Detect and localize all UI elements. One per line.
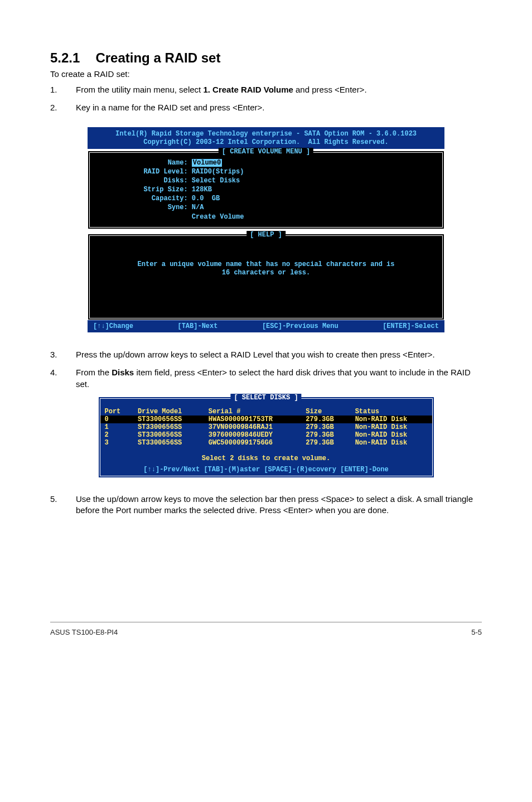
disks-value[interactable]: Select Disks xyxy=(192,177,240,185)
section-heading: 5.2.1Creating a RAID set xyxy=(50,50,482,66)
hint-change: [↑↓]Change xyxy=(93,322,133,330)
select-disks-message: Select 2 disks to create volume. xyxy=(100,447,432,463)
step-2: 2. Key in a name for the RAID set and pr… xyxy=(50,102,482,113)
intro-text: To create a RAID set: xyxy=(50,69,482,79)
col-status: Status xyxy=(351,408,432,416)
help-title: [ HELP ] xyxy=(246,231,286,240)
bios-key-hints: [↑↓]Change [TAB]-Next [ESC]-Previous Men… xyxy=(88,320,444,332)
help-panel: [ HELP ] Enter a unique volume name that… xyxy=(88,234,444,320)
create-volume-body: Name: Volume0 RAID Level: RAID0(Strips) … xyxy=(90,153,442,227)
step-1: 1. From the utility main menu, select 1.… xyxy=(50,84,482,95)
capacity-value: 0.0 GB xyxy=(192,195,220,202)
hint-esc: [ESC]-Previous Menu xyxy=(262,322,338,330)
step-text: Key in a name for the RAID set and press… xyxy=(76,103,265,112)
hint-enter: [ENTER]-Select xyxy=(383,322,439,330)
syne-value: N/A xyxy=(192,204,204,211)
section-number: 5.2.1 xyxy=(50,50,80,65)
step-number: 2. xyxy=(50,102,57,113)
table-row[interactable]: 1 ST3300656SS 37VN00009846RAJ1 279.3GB N… xyxy=(100,423,432,431)
hint-tab: [TAB]-Next xyxy=(177,322,217,330)
section-title-text: Creating a RAID set xyxy=(95,50,220,65)
step-4: 4. From the Disks item field, press <Ent… xyxy=(50,367,482,390)
step-text: Use the up/down arrow keys to move the s… xyxy=(76,494,473,515)
col-serial: Serial # xyxy=(204,408,302,416)
footer-page-number: 5-5 xyxy=(471,628,482,636)
col-port: Port xyxy=(100,408,134,416)
col-size: Size xyxy=(301,408,350,416)
footer-product: ASUS TS100-E8-PI4 xyxy=(50,628,118,636)
step-3: 3. Press the up/down arrow keys to selec… xyxy=(50,349,482,360)
step-text: From the Disks item field, press <Enter>… xyxy=(76,368,471,388)
step-number: 3. xyxy=(50,349,57,360)
step-5: 5. Use the up/down arrow keys to move th… xyxy=(50,494,482,516)
select-disks-help: [↑↓]-Prev/Next [TAB]-(M)aster [SPACE]-(R… xyxy=(100,463,432,476)
help-line-2: 16 characters or less. xyxy=(95,269,437,278)
table-row[interactable]: 0 ST3300656SS HWAS0000991753TR 279.3GB N… xyxy=(100,416,432,423)
step-number: 1. xyxy=(50,84,57,95)
bios-create-volume-screenshot: Intel(R) Rapid Storage Technology enterp… xyxy=(88,127,444,333)
table-header-row: Port Drive Model Serial # Size Status xyxy=(100,408,432,416)
step-number: 4. xyxy=(50,367,57,378)
create-volume-panel: [ CREATE VOLUME MENU ] Name: Volume0 RAI… xyxy=(88,151,444,229)
table-row[interactable]: 2 ST3300656SS 397600009846UEDY 279.3GB N… xyxy=(100,431,432,439)
create-volume-title: [ CREATE VOLUME MENU ] xyxy=(219,148,313,156)
name-input[interactable]: Volume0 xyxy=(192,159,222,167)
bios-banner: Intel(R) Rapid Storage Technology enterp… xyxy=(88,127,444,149)
create-volume-action[interactable]: Create Volume xyxy=(192,213,244,221)
step-number: 5. xyxy=(50,494,57,505)
page-footer: ASUS TS100-E8-PI4 5-5 xyxy=(50,622,482,636)
col-model: Drive Model xyxy=(133,408,204,416)
strip-size-value[interactable]: 128KB xyxy=(192,186,212,194)
step-text: Press the up/down arrow keys to select a… xyxy=(76,350,435,359)
step-text: From the utility main menu, select 1. Cr… xyxy=(76,85,367,94)
disks-table: Port Drive Model Serial # Size Status 0 … xyxy=(100,408,432,447)
help-line-1: Enter a unique volume name that has no s… xyxy=(95,260,437,269)
raid-level-value[interactable]: RAID0(Strips) xyxy=(192,168,244,176)
table-row[interactable]: 3 ST3300656SS GWC50000991756G6 279.3GB N… xyxy=(100,439,432,447)
select-disks-title: [ SELECT DISKS ] xyxy=(230,394,301,402)
bios-select-disks-screenshot: [ SELECT DISKS ] Port Drive Model Serial… xyxy=(98,397,434,478)
